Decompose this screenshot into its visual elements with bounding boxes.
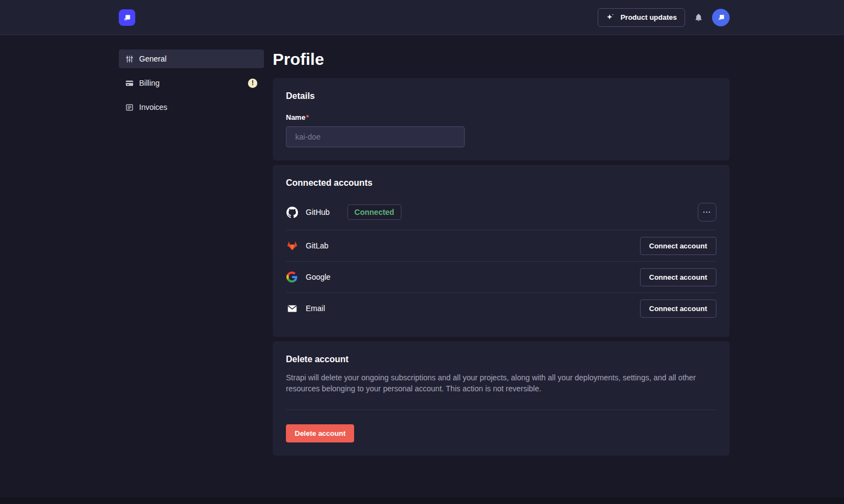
notifications-bell-icon[interactable] bbox=[694, 13, 703, 22]
details-card: Details Name* bbox=[273, 78, 730, 160]
account-row-gitlab: GitLab Connect account bbox=[286, 230, 716, 261]
name-field-label: Name* bbox=[286, 113, 308, 121]
product-updates-label: Product updates bbox=[620, 13, 677, 21]
product-updates-button[interactable]: Product updates bbox=[598, 8, 685, 27]
connected-accounts-heading: Connected accounts bbox=[286, 178, 716, 188]
bottom-strip bbox=[0, 497, 844, 504]
sliders-icon bbox=[125, 55, 134, 63]
top-navbar: Product updates bbox=[0, 0, 844, 35]
delete-account-button[interactable]: Delete account bbox=[286, 424, 354, 442]
required-marker: * bbox=[306, 113, 308, 121]
invoice-icon bbox=[125, 103, 134, 112]
account-name: Email bbox=[306, 304, 325, 313]
connected-accounts-card: Connected accounts GitHub Connected ··· bbox=[273, 165, 730, 337]
sidebar-item-general[interactable]: General bbox=[119, 49, 264, 68]
page-title: Profile bbox=[273, 49, 730, 69]
delete-account-heading: Delete account bbox=[286, 355, 716, 364]
google-connect-button[interactable]: Connect account bbox=[640, 268, 716, 286]
delete-account-description: Strapi will delete your ongoing subscrip… bbox=[286, 372, 716, 394]
delete-card-divider bbox=[286, 409, 716, 410]
account-row-email: Email Connect account bbox=[286, 292, 716, 324]
email-icon bbox=[286, 303, 298, 314]
strapi-logo-icon bbox=[122, 13, 132, 23]
sidebar-item-label: General bbox=[139, 54, 167, 63]
sidebar-item-label: Invoices bbox=[139, 103, 167, 112]
strapi-avatar-icon bbox=[716, 13, 726, 22]
sidebar-item-billing[interactable]: Billing ! bbox=[119, 74, 264, 92]
name-input[interactable] bbox=[286, 126, 465, 147]
delete-account-card: Delete account Strapi will delete your o… bbox=[273, 341, 730, 456]
github-icon bbox=[286, 207, 298, 218]
credit-card-icon bbox=[125, 79, 134, 87]
details-heading: Details bbox=[286, 91, 716, 101]
account-name: GitHub bbox=[306, 208, 330, 217]
sidebar-item-label: Billing bbox=[139, 79, 159, 87]
gitlab-connect-button[interactable]: Connect account bbox=[640, 237, 716, 255]
email-connect-button[interactable]: Connect account bbox=[640, 300, 716, 318]
strapi-logo[interactable] bbox=[119, 9, 135, 26]
connected-status-badge: Connected bbox=[347, 204, 401, 220]
account-row-google: Google Connect account bbox=[286, 261, 716, 292]
sidebar-item-invoices[interactable]: Invoices bbox=[119, 98, 264, 117]
gitlab-icon bbox=[286, 240, 298, 252]
account-row-github: GitHub Connected ··· bbox=[286, 195, 716, 230]
account-name: Google bbox=[306, 273, 330, 281]
billing-warning-badge: ! bbox=[248, 79, 257, 88]
github-more-button[interactable]: ··· bbox=[698, 203, 716, 221]
account-name: GitLab bbox=[306, 241, 328, 250]
google-icon bbox=[286, 272, 298, 283]
sparkle-icon bbox=[606, 13, 615, 22]
settings-sidebar: General Billing ! Invoices bbox=[119, 49, 264, 456]
user-avatar[interactable] bbox=[712, 9, 730, 26]
